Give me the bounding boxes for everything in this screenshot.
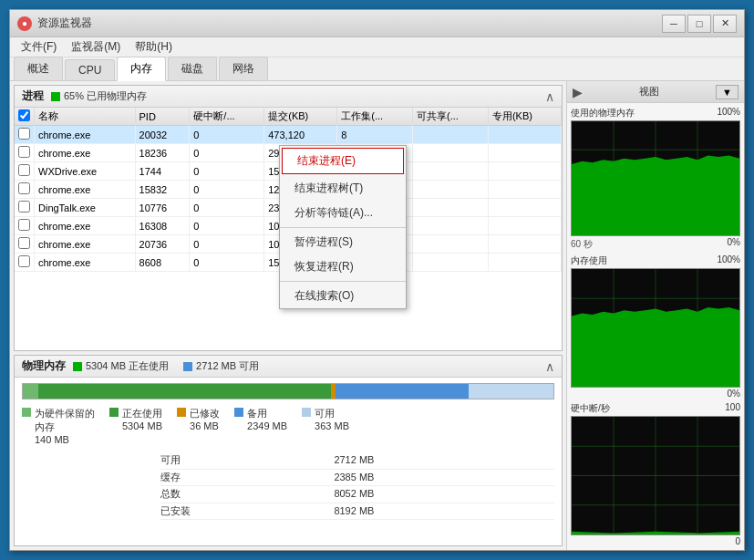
- row-name: chrome.exe: [35, 181, 136, 199]
- legend-free: 可用363 MB: [302, 407, 349, 445]
- process-status: 65% 已用物理内存: [51, 89, 147, 103]
- maximize-button[interactable]: □: [687, 15, 711, 33]
- right-expand-icon[interactable]: ▶: [573, 85, 583, 99]
- row-checkbox[interactable]: [18, 182, 30, 194]
- row-shared: [413, 144, 489, 162]
- menu-monitor[interactable]: 监视器(M): [64, 37, 128, 57]
- row-name: chrome.exe: [35, 235, 136, 254]
- context-menu-item-analyze[interactable]: 分析等待链(A)...: [280, 201, 406, 225]
- graph-memory-use: 内存使用 100%: [571, 254, 740, 399]
- row-checkbox[interactable]: [18, 201, 30, 213]
- memory-section-header: 物理内存 5304 MB 正在使用 2712 MB 可用 ∧: [15, 356, 562, 378]
- menu-file[interactable]: 文件(F): [14, 37, 64, 57]
- row-checkbox-cell: [15, 235, 35, 254]
- row-pid: 10776: [135, 199, 190, 217]
- legend-standby: 备用2349 MB: [234, 407, 287, 445]
- window-title: 资源监视器: [37, 16, 662, 31]
- row-private: [488, 235, 561, 254]
- right-panel: ▶ 视图 ▼ 使用的物理内存 100%: [566, 81, 744, 550]
- col-checkbox: [15, 108, 35, 126]
- stat-value-installed: 8192 MB: [334, 503, 554, 520]
- tab-disk[interactable]: 磁盘: [168, 57, 217, 80]
- graph-section: 使用的物理内存 100%: [567, 103, 744, 550]
- col-commit[interactable]: 提交(KB): [264, 108, 337, 126]
- row-private: [488, 144, 561, 162]
- row-hard-fault: 0: [190, 144, 264, 162]
- row-checkbox-cell: [15, 126, 35, 144]
- row-pid: 8608: [135, 254, 190, 272]
- context-menu-item-suspend[interactable]: 暂停进程(S): [280, 230, 406, 254]
- row-checkbox[interactable]: [18, 128, 30, 140]
- context-menu-item-resume[interactable]: 恢复进程(R): [280, 254, 406, 279]
- minimize-button[interactable]: ─: [662, 15, 686, 33]
- memory-inuse-dot: [73, 362, 82, 371]
- close-button[interactable]: ✕: [713, 15, 737, 33]
- row-pid: 1744: [135, 162, 190, 181]
- memory-section: 物理内存 5304 MB 正在使用 2712 MB 可用 ∧: [14, 355, 563, 546]
- memory-inuse-text: 5304 MB 正在使用: [86, 359, 169, 373]
- legend-free-dot: [302, 408, 311, 417]
- col-hard-fault[interactable]: 硬中断/...: [190, 108, 264, 126]
- legend-free-text: 可用363 MB: [315, 407, 349, 431]
- row-pid: 18236: [135, 144, 190, 162]
- table-header-row: 名称 PID 硬中断/... 提交(KB) 工作集(... 可共享(... 专用…: [15, 108, 562, 126]
- memory-inuse-status: 5304 MB 正在使用: [73, 359, 169, 373]
- menu-help[interactable]: 帮助(H): [128, 37, 180, 57]
- legend-hardware: 为硬件保留的内存140 MB: [22, 407, 95, 445]
- context-menu-sep2: [280, 281, 406, 282]
- row-pid: 15832: [135, 181, 190, 199]
- tab-overview[interactable]: 概述: [14, 57, 63, 80]
- context-menu-item-search[interactable]: 在线搜索(O): [280, 284, 406, 308]
- row-hard-fault: 0: [190, 199, 264, 217]
- svg-marker-20: [572, 532, 739, 534]
- view-label: 视图: [639, 85, 659, 99]
- row-hard-fault: 0: [190, 126, 264, 144]
- context-menu-item-end-tree[interactable]: 结束进程树(T): [280, 176, 406, 201]
- tab-bar: 概述 CPU 内存 磁盘 网络: [10, 57, 744, 81]
- table-row[interactable]: chrome.exe 20032 0 473,120 8: [15, 126, 562, 144]
- stat-label-total: 总数: [160, 486, 334, 503]
- context-menu-item-end-process[interactable]: 结束进程(E): [282, 148, 404, 174]
- row-checkbox-cell: [15, 254, 35, 272]
- view-dropdown-button[interactable]: ▼: [716, 85, 739, 99]
- row-hard-fault: 0: [190, 217, 264, 235]
- memory-expand-icon[interactable]: ∧: [545, 359, 554, 374]
- graph-physical-canvas: [571, 120, 740, 236]
- legend-modified-text: 已修改36 MB: [190, 407, 220, 431]
- col-shared[interactable]: 可共享(...: [413, 108, 489, 126]
- select-all-checkbox[interactable]: [18, 109, 30, 121]
- mem-bar-hardware: [23, 384, 38, 399]
- process-expand-icon[interactable]: ∧: [545, 89, 554, 104]
- tab-cpu[interactable]: CPU: [65, 59, 115, 80]
- col-name[interactable]: 名称: [35, 108, 136, 126]
- row-hard-fault: 0: [190, 254, 264, 272]
- tab-memory[interactable]: 内存: [117, 57, 166, 81]
- graph-physical-svg: [572, 121, 739, 235]
- memory-bar: [22, 383, 554, 399]
- graph-hardfault-canvas: [571, 416, 740, 535]
- graph-memuse-canvas: [571, 268, 740, 388]
- row-checkbox-cell: [15, 199, 35, 217]
- row-name: chrome.exe: [35, 126, 136, 144]
- row-hard-fault: 0: [190, 162, 264, 181]
- row-checkbox[interactable]: [18, 146, 30, 158]
- col-private[interactable]: 专用(KB): [488, 108, 561, 126]
- row-shared: [413, 235, 489, 254]
- graph-physical-percent: 0%: [728, 237, 740, 251]
- row-checkbox[interactable]: [18, 219, 30, 231]
- graph-hard-faults: 硬中断/秒 100: [571, 402, 740, 546]
- row-checkbox[interactable]: [18, 164, 30, 176]
- row-shared: [413, 126, 489, 144]
- row-checkbox[interactable]: [18, 237, 30, 249]
- mem-bar-standby: [336, 384, 469, 399]
- row-private: [488, 126, 561, 144]
- row-pid: 16308: [135, 217, 190, 235]
- graph-memuse-title: 内存使用: [571, 254, 607, 267]
- tab-network[interactable]: 网络: [219, 57, 268, 80]
- legend-inuse: 正在使用5304 MB: [109, 407, 162, 445]
- row-checkbox-cell: [15, 217, 35, 235]
- col-working[interactable]: 工作集(...: [337, 108, 413, 126]
- row-hard-fault: 0: [190, 235, 264, 254]
- row-checkbox[interactable]: [18, 255, 30, 267]
- col-pid[interactable]: PID: [135, 108, 190, 126]
